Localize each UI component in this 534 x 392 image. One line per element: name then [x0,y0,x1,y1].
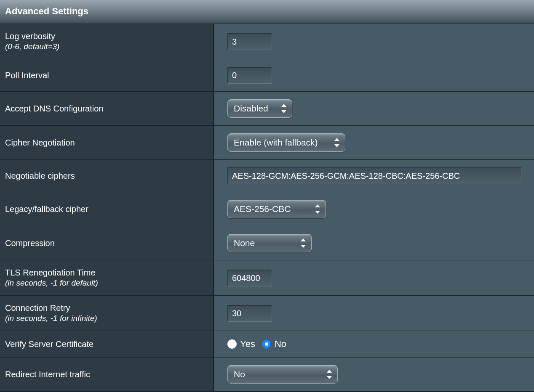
row-fallback-cipher: Legacy/fallback cipher AES-256-CBC [0,192,534,226]
label-text: Connection Retry [5,303,208,313]
compression-select[interactable]: None [227,234,312,252]
label-text: Poll Interval [5,71,208,80]
updown-icon [281,104,287,113]
settings-grid: Log verbosity (0-6, default=3) Poll Inte… [0,24,534,391]
label-verify-cert: Verify Server Certificate [0,331,214,357]
row-compression: Compression None [0,226,534,260]
updown-icon [326,370,332,379]
input-cell [214,24,534,59]
label-text: Verify Server Certificate [5,339,208,349]
label-negotiable-ciphers: Negotiable ciphers [0,160,214,192]
input-cell: None [214,226,534,260]
cipher-negotiation-select[interactable]: Enable (with fallback) [227,133,345,152]
input-cell [214,260,534,295]
log-verbosity-input[interactable] [227,33,272,50]
label-poll-interval: Poll Interval [0,59,214,91]
input-cell [214,160,534,192]
row-verify-cert: Verify Server Certificate Yes No [0,331,534,357]
label-cipher-negotiation: Cipher Negotiation [0,126,214,159]
verify-cert-yes-radio[interactable] [227,339,237,349]
section-title: Advanced Settings [5,6,88,16]
row-connection-retry: Connection Retry (in seconds, -1 for inf… [0,295,534,331]
connection-retry-input[interactable] [227,305,272,322]
label-text: Redirect Internet traffic [5,370,208,379]
input-cell: Disabled [214,92,534,125]
input-cell: AES-256-CBC [214,192,534,226]
label-tls-reneg: TLS Renegotiation Time (in seconds, -1 f… [0,260,214,295]
select-value: AES-256-CBC [234,204,291,214]
label-text: Accept DNS Configuration [5,104,208,114]
row-poll-interval: Poll Interval [0,59,534,91]
row-negotiable-ciphers: Negotiable ciphers [0,159,534,192]
row-redirect-traffic: Redirect Internet traffic No [0,357,534,391]
select-value: No [234,369,245,379]
poll-interval-input[interactable] [227,67,272,84]
label-text: Legacy/fallback cipher [5,204,208,214]
input-cell [214,59,534,91]
tls-reneg-input[interactable] [227,270,272,286]
section-header: Advanced Settings [0,0,534,24]
label-sub: (in seconds, -1 for default) [5,278,208,288]
input-cell: No [214,358,534,391]
row-accept-dns: Accept DNS Configuration Disabled [0,91,534,125]
verify-cert-no-radio[interactable] [262,339,271,349]
label-text: Log verbosity [5,32,208,41]
updown-icon [334,138,340,147]
fallback-cipher-select[interactable]: AES-256-CBC [227,200,326,218]
label-text: Compression [5,238,208,248]
updown-icon [315,204,320,214]
verify-cert-radiogroup: Yes No [227,339,291,350]
label-accept-dns: Accept DNS Configuration [0,92,214,125]
select-value: Disabled [234,103,268,114]
advanced-settings-panel: Advanced Settings Log verbosity (0-6, de… [0,0,534,392]
radio-label-yes: Yes [240,339,255,350]
label-log-verbosity: Log verbosity (0-6, default=3) [0,24,214,59]
redirect-traffic-select[interactable]: No [227,365,338,384]
label-text: Negotiable ciphers [5,171,208,181]
row-tls-reneg: TLS Renegotiation Time (in seconds, -1 f… [0,260,534,295]
row-cipher-negotiation: Cipher Negotiation Enable (with fallback… [0,125,534,159]
label-text: TLS Renegotiation Time [5,268,208,278]
input-cell: Enable (with fallback) [214,126,534,159]
select-value: Enable (with fallback) [234,138,318,148]
label-compression: Compression [0,226,214,260]
radio-label-no: No [275,339,286,350]
label-redirect-traffic: Redirect Internet traffic [0,358,214,391]
label-text: Cipher Negotiation [5,138,208,148]
row-log-verbosity: Log verbosity (0-6, default=3) [0,24,534,59]
input-cell [214,296,534,331]
input-cell: Yes No [214,331,534,357]
label-connection-retry: Connection Retry (in seconds, -1 for inf… [0,296,214,331]
updown-icon [300,238,306,248]
select-value: None [234,238,255,248]
label-sub: (0-6, default=3) [5,42,208,51]
accept-dns-select[interactable]: Disabled [227,99,292,118]
negotiable-ciphers-input[interactable] [227,167,521,184]
label-fallback-cipher: Legacy/fallback cipher [0,192,214,226]
label-sub: (in seconds, -1 for infinite) [5,314,208,323]
